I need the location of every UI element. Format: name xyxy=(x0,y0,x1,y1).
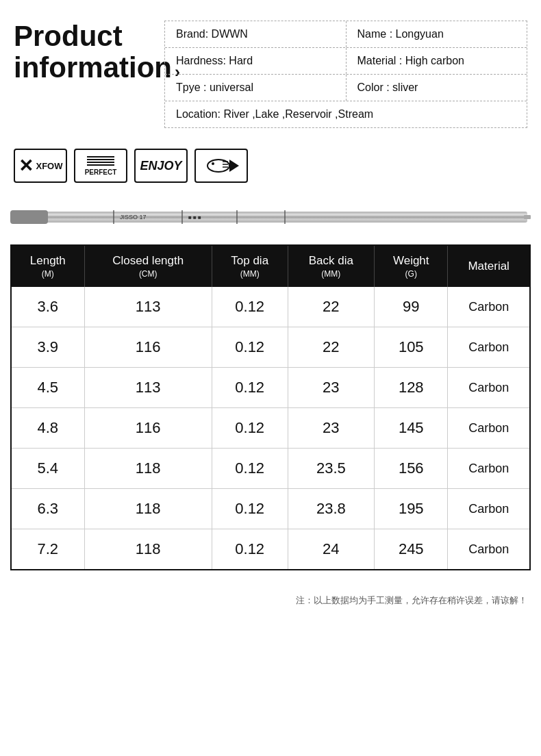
specs-table: Length (M) Closed length (CM) Top dia (M… xyxy=(10,244,531,570)
svg-rect-8 xyxy=(524,215,531,219)
top-section: Product information› Brand: DWWN Name : … xyxy=(0,0,541,142)
cell-top-dia: 0.12 xyxy=(212,408,288,449)
badges-section: ✕ XFOW PERFECT ENJOY xyxy=(0,142,541,197)
table-row: 4.81160.1223145Carbon xyxy=(11,408,530,449)
name-cell: Name : Longyuan xyxy=(346,21,527,47)
badge-xfow: ✕ XFOW xyxy=(14,149,67,183)
table-row: 4.51130.1223128Carbon xyxy=(11,368,530,408)
rod-section: JISSO 17 ■ ■ ■ xyxy=(0,197,541,244)
title-line2-wrapper: information› xyxy=(14,52,151,84)
svg-text:■ ■ ■: ■ ■ ■ xyxy=(188,214,201,220)
badge-perfect-label: PERFECT xyxy=(85,168,117,176)
cell-closed: 118 xyxy=(84,489,212,529)
rod-svg: JISSO 17 ■ ■ ■ xyxy=(10,203,531,231)
cell-material: Carbon xyxy=(448,489,530,529)
svg-point-2 xyxy=(212,162,214,165)
svg-text:JISSO 17: JISSO 17 xyxy=(120,214,147,220)
col-weight: Weight (G) xyxy=(375,245,448,287)
col-length: Length (M) xyxy=(11,245,84,287)
cell-weight: 195 xyxy=(375,489,448,529)
material-cell: Material : High carbon xyxy=(346,48,527,74)
badge-line-4 xyxy=(87,164,114,166)
product-title: Product information› xyxy=(14,21,151,84)
cell-material: Carbon xyxy=(448,408,530,449)
cell-top-dia: 0.12 xyxy=(212,529,288,570)
info-grid: Brand: DWWN Name : Longyuan Hardness: Ha… xyxy=(164,21,527,128)
cell-weight: 156 xyxy=(375,449,448,489)
cell-material: Carbon xyxy=(448,287,530,327)
cell-weight: 99 xyxy=(375,287,448,327)
badge-perfect: PERFECT xyxy=(74,149,127,183)
col-back-dia: Back dia (MM) xyxy=(288,245,375,287)
cell-weight: 128 xyxy=(375,368,448,408)
cell-top-dia: 0.12 xyxy=(212,368,288,408)
cell-closed: 118 xyxy=(84,529,212,570)
table-row: 3.61130.122299Carbon xyxy=(11,287,530,327)
col-closed: Closed length (CM) xyxy=(84,245,212,287)
info-row-2: Hardness: Hard Material : High carbon xyxy=(165,48,527,75)
badge-enjoy-label: ENJOY xyxy=(140,159,181,173)
svg-rect-10 xyxy=(181,210,183,224)
cell-back-dia: 23 xyxy=(288,368,375,408)
cell-material: Carbon xyxy=(448,368,530,408)
cell-length: 7.2 xyxy=(11,529,84,570)
cell-closed: 116 xyxy=(84,408,212,449)
title-line1: Product xyxy=(14,21,151,52)
col-material: Material xyxy=(448,245,530,287)
cell-back-dia: 22 xyxy=(288,327,375,368)
cell-length: 6.3 xyxy=(11,489,84,529)
cell-length: 5.4 xyxy=(11,449,84,489)
type-cell: Tpye : universal xyxy=(165,75,346,101)
svg-rect-9 xyxy=(113,210,114,224)
location-cell: Location: River ,Lake ,Reservoir ,Stream xyxy=(165,101,527,127)
cell-top-dia: 0.12 xyxy=(212,327,288,368)
fish-icon xyxy=(203,156,239,175)
col-top-dia: Top dia (MM) xyxy=(212,245,288,287)
color-cell: Color : sliver xyxy=(346,75,527,101)
cell-back-dia: 22 xyxy=(288,287,375,327)
cell-back-dia: 23 xyxy=(288,408,375,449)
table-row: 5.41180.1223.5156Carbon xyxy=(11,449,530,489)
cell-length: 4.8 xyxy=(11,408,84,449)
info-row-4: Location: River ,Lake ,Reservoir ,Stream xyxy=(165,101,527,127)
cell-weight: 145 xyxy=(375,408,448,449)
badge-fish xyxy=(194,149,248,183)
cell-length: 4.5 xyxy=(11,368,84,408)
cell-back-dia: 23.5 xyxy=(288,449,375,489)
cell-closed: 113 xyxy=(84,287,212,327)
badge-line-3 xyxy=(87,162,114,163)
cell-back-dia: 24 xyxy=(288,529,375,570)
badge-line-2 xyxy=(87,159,114,160)
badge-line-1 xyxy=(87,156,114,158)
cell-top-dia: 0.12 xyxy=(212,449,288,489)
title-line2: information xyxy=(14,51,172,84)
svg-rect-11 xyxy=(236,210,238,224)
hardness-cell: Hardness: Hard xyxy=(165,48,346,74)
cell-weight: 105 xyxy=(375,327,448,368)
badge-lines xyxy=(87,156,114,166)
cell-closed: 113 xyxy=(84,368,212,408)
table-header-row: Length (M) Closed length (CM) Top dia (M… xyxy=(11,245,530,287)
cell-top-dia: 0.12 xyxy=(212,489,288,529)
table-row: 3.91160.1222105Carbon xyxy=(11,327,530,368)
cell-length: 3.6 xyxy=(11,287,84,327)
badge-xfow-label: XFOW xyxy=(36,161,63,171)
brand-cell: Brand: DWWN xyxy=(165,21,346,47)
svg-marker-1 xyxy=(229,160,239,172)
badge-x-icon: ✕ xyxy=(18,155,34,177)
table-row: 7.21180.1224245Carbon xyxy=(11,529,530,570)
svg-rect-12 xyxy=(284,210,286,224)
cell-material: Carbon xyxy=(448,327,530,368)
info-row-3: Tpye : universal Color : sliver xyxy=(165,75,527,101)
svg-rect-7 xyxy=(10,210,48,224)
footer-note-text: 注：以上数据均为手工测量，允许存在稍许误差，请谅解！ xyxy=(296,595,527,605)
table-row: 6.31180.1223.8195Carbon xyxy=(11,489,530,529)
cell-weight: 245 xyxy=(375,529,448,570)
cell-closed: 116 xyxy=(84,327,212,368)
product-title-block: Product information› xyxy=(14,21,151,128)
footer-note: 注：以上数据均为手工测量，允许存在稍许误差，请谅解！ xyxy=(0,591,541,617)
cell-length: 3.9 xyxy=(11,327,84,368)
info-row-1: Brand: DWWN Name : Longyuan xyxy=(165,21,527,48)
cell-back-dia: 23.8 xyxy=(288,489,375,529)
svg-rect-6 xyxy=(14,212,527,223)
